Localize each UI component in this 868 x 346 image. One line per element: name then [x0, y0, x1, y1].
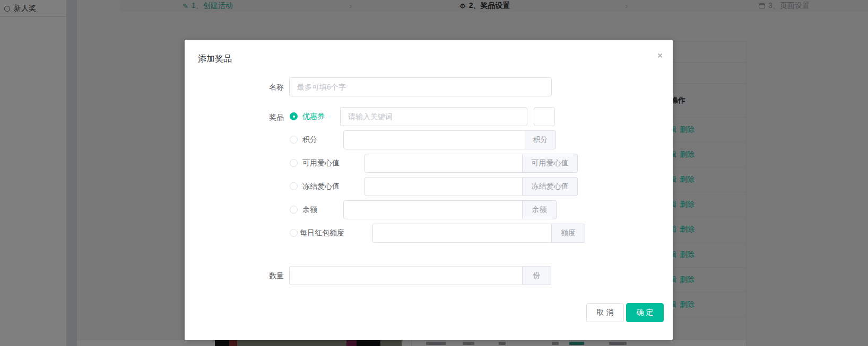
- name-label: 名称: [238, 83, 284, 92]
- radio-points[interactable]: [290, 136, 298, 144]
- radio-balance[interactable]: [290, 206, 298, 214]
- radio-coupon[interactable]: [290, 112, 298, 120]
- dialog-title: 添加奖品: [198, 54, 232, 65]
- cancel-button[interactable]: 取 消: [586, 303, 624, 322]
- quantity-input[interactable]: [289, 266, 523, 285]
- daily-redpacket-suffix: 额度: [552, 224, 585, 243]
- radio-daily-redpacket[interactable]: [290, 229, 298, 237]
- quantity-suffix: 份: [523, 266, 551, 285]
- daily-redpacket-input[interactable]: [372, 224, 552, 243]
- frozen-love-suffix: 冻结爱心值: [523, 177, 578, 196]
- quantity-label: 数量: [238, 271, 284, 281]
- radio-frozen-love-label[interactable]: 冻结爱心值: [302, 182, 340, 190]
- balance-input[interactable]: [343, 200, 523, 219]
- frozen-love-input[interactable]: [364, 177, 523, 196]
- add-prize-dialog: 添加奖品 × 名称 奖品 优惠券 积分 积分 可用爱心值 可用爱心值 冻结爱心值…: [185, 40, 673, 340]
- radio-coupon-label[interactable]: 优惠券: [302, 112, 325, 120]
- balance-suffix: 余额: [523, 200, 557, 219]
- radio-available-love-label[interactable]: 可用爱心值: [302, 159, 340, 167]
- radio-balance-label[interactable]: 余额: [302, 206, 317, 214]
- page: 新人奖 ✎ 1、创建活动 › ⚙ 2、奖品设置 › 3、页面设置 操作 编辑 删…: [0, 0, 868, 346]
- radio-daily-redpacket-label[interactable]: 每日红包额度: [300, 229, 344, 237]
- radio-points-label[interactable]: 积分: [302, 136, 317, 144]
- confirm-button[interactable]: 确 定: [626, 303, 664, 322]
- radio-frozen-love[interactable]: [290, 182, 298, 190]
- coupon-keyword-input[interactable]: [340, 107, 527, 126]
- coupon-select-box[interactable]: [534, 107, 555, 126]
- close-icon[interactable]: ×: [654, 49, 666, 62]
- radio-available-love[interactable]: [290, 159, 298, 167]
- points-input[interactable]: [343, 130, 525, 149]
- available-love-input[interactable]: [364, 154, 523, 173]
- name-input[interactable]: [289, 77, 552, 96]
- points-suffix: 积分: [525, 130, 556, 149]
- available-love-suffix: 可用爱心值: [523, 154, 578, 173]
- prize-label: 奖品: [238, 113, 284, 122]
